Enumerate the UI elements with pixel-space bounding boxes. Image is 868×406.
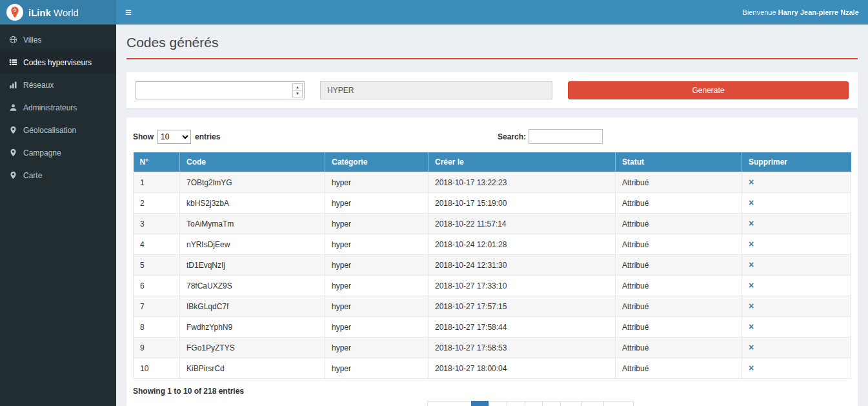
sidebar-item-label: Administrateurs <box>23 103 77 112</box>
sidebar-item-campagne[interactable]: Campagne <box>0 141 116 164</box>
table-cell: hyper <box>325 214 429 234</box>
sidebar-item-label: Villes <box>23 36 41 45</box>
table-row: 3ToAiMymaTmhyper2018-10-22 11:57:14Attri… <box>134 214 851 234</box>
table-cell: ToAiMymaTm <box>180 214 325 234</box>
pagination-page-4[interactable]: 4 <box>525 401 543 406</box>
delete-icon[interactable]: × <box>749 239 754 249</box>
table-cell: IBkGLqdC7f <box>180 296 325 317</box>
code-count-field: ▲ ▼ <box>136 81 305 99</box>
table-cell: hyper <box>325 338 429 358</box>
pagination-page-1[interactable]: 1 <box>471 401 490 406</box>
sidebar-item-label: Codes hyperviseurs <box>23 58 92 67</box>
column-header[interactable]: Statut <box>616 152 742 172</box>
sidebar-toggle[interactable]: ≡ <box>125 7 132 18</box>
table-cell: × <box>742 255 851 276</box>
search-input[interactable] <box>529 129 603 144</box>
column-header[interactable]: Créer le <box>429 152 616 172</box>
brand[interactable]: iLinkWorld <box>0 0 116 25</box>
table-cell: hyper <box>325 234 429 255</box>
table-controls: Show 10 entries Search: <box>133 129 851 144</box>
user-icon <box>9 103 17 112</box>
entries-select[interactable]: 10 <box>157 130 191 144</box>
table-panel: Show 10 entries Search: N°CodeCatégorieC… <box>126 117 858 406</box>
pagination-page-5[interactable]: 5 <box>542 401 561 406</box>
pagination-next[interactable]: Next <box>603 401 634 406</box>
table-cell: 2018-10-27 17:33:10 <box>429 276 616 296</box>
table-row: 7IBkGLqdC7fhyper2018-10-27 17:57:15Attri… <box>134 296 851 317</box>
delete-icon[interactable]: × <box>749 301 754 311</box>
table-cell: × <box>742 296 851 317</box>
table-cell: × <box>742 214 851 234</box>
sidebar-item-geolocalisation[interactable]: Géolocalisation <box>0 119 116 141</box>
sidebar-item-label: Campagne <box>23 148 61 157</box>
title-underline <box>126 58 858 59</box>
sidebar-item-villes[interactable]: Villes <box>0 28 116 51</box>
table-row: 17OBtg2lmYGhyper2018-10-17 13:22:23Attri… <box>134 172 851 193</box>
delete-icon[interactable]: × <box>749 259 754 270</box>
table-cell: 2018-10-24 12:31:30 <box>429 255 616 276</box>
code-count-input[interactable] <box>136 81 305 99</box>
hamburger-icon: ≡ <box>125 6 132 19</box>
table-cell: × <box>742 338 851 358</box>
table-cell: 7 <box>134 296 180 317</box>
main-content: Codes générés ▲ ▼ Generate Show 10 entri… <box>116 25 868 406</box>
generator-panel: ▲ ▼ Generate <box>126 72 858 108</box>
sidebar-item-reseaux[interactable]: Réseaux <box>0 74 116 96</box>
pagination-ellipsis: … <box>560 401 582 406</box>
column-header[interactable]: Code <box>180 152 325 172</box>
delete-icon[interactable]: × <box>749 363 754 373</box>
table-body: 17OBtg2lmYGhyper2018-10-17 13:22:23Attri… <box>134 172 851 379</box>
table-cell: 5 <box>134 255 180 276</box>
table-cell: 2018-10-27 17:58:44 <box>429 317 616 338</box>
spinner-up-icon[interactable]: ▲ <box>293 84 302 91</box>
table-cell: × <box>742 358 851 379</box>
map-marker-icon <box>9 126 17 134</box>
table-cell: 2018-10-27 17:58:53 <box>429 338 616 358</box>
table-cell: Attribué <box>616 255 742 276</box>
table-cell: 8 <box>134 317 180 338</box>
column-header[interactable]: Supprimer <box>742 152 851 172</box>
table-cell: kbHS2j3zbA <box>180 193 325 214</box>
table-row: 2kbHS2j3zbAhyper2018-10-17 15:19:00Attri… <box>134 193 851 214</box>
table-cell: hyper <box>325 255 429 276</box>
pagination-page-22[interactable]: 22 <box>581 401 604 406</box>
sidebar-item-administrateurs[interactable]: Administrateurs <box>0 96 116 119</box>
generate-button[interactable]: Generate <box>568 81 849 99</box>
table-cell: 2018-10-24 12:01:28 <box>429 234 616 255</box>
pagination-page-2[interactable]: 2 <box>489 401 507 406</box>
table-cell: FGo1PyZTYS <box>180 338 325 358</box>
pagination-page-3[interactable]: 3 <box>507 401 525 406</box>
table-row: 10KiBPirsrCdhyper2018-10-27 18:00:04Attr… <box>134 358 851 379</box>
sidebar-item-label: Réseaux <box>23 81 54 90</box>
spinner-down-icon[interactable]: ▼ <box>293 91 302 97</box>
pagination: Previous12345…22Next <box>133 401 851 406</box>
table-cell: hyper <box>325 172 429 193</box>
table-cell: 2018-10-27 17:57:15 <box>429 296 616 317</box>
category-input[interactable] <box>320 81 552 99</box>
sidebar: VillesCodes hyperviseursRéseauxAdministr… <box>0 25 116 406</box>
table-cell: FwdhzYphN9 <box>180 317 325 338</box>
table-row: 9FGo1PyZTYShyper2018-10-27 17:58:53Attri… <box>134 338 851 358</box>
delete-icon[interactable]: × <box>749 280 754 290</box>
delete-icon[interactable]: × <box>749 177 754 187</box>
map-marker-icon <box>9 148 17 157</box>
delete-icon[interactable]: × <box>749 218 754 228</box>
delete-icon[interactable]: × <box>749 342 754 352</box>
sidebar-item-carte[interactable]: Carte <box>0 164 116 187</box>
column-header[interactable]: Catégorie <box>325 152 429 172</box>
table-cell: Attribué <box>616 214 742 234</box>
column-header[interactable]: N° <box>134 152 180 172</box>
table-cell: nYRIsDjEew <box>180 234 325 255</box>
table-cell: 6 <box>134 276 180 296</box>
delete-icon[interactable]: × <box>749 321 754 332</box>
delete-icon[interactable]: × <box>749 198 754 208</box>
table-cell: × <box>742 172 851 193</box>
table-cell: × <box>742 193 851 214</box>
table-cell: Attribué <box>616 358 742 379</box>
list-icon <box>9 58 17 66</box>
table-cell: hyper <box>325 358 429 379</box>
table-cell: × <box>742 317 851 338</box>
sidebar-item-codes-hyperviseurs[interactable]: Codes hyperviseurs <box>0 51 116 74</box>
table-footer: Showing 1 to 10 of 218 entries Previous1… <box>133 387 851 406</box>
pagination-previous[interactable]: Previous <box>427 401 472 406</box>
